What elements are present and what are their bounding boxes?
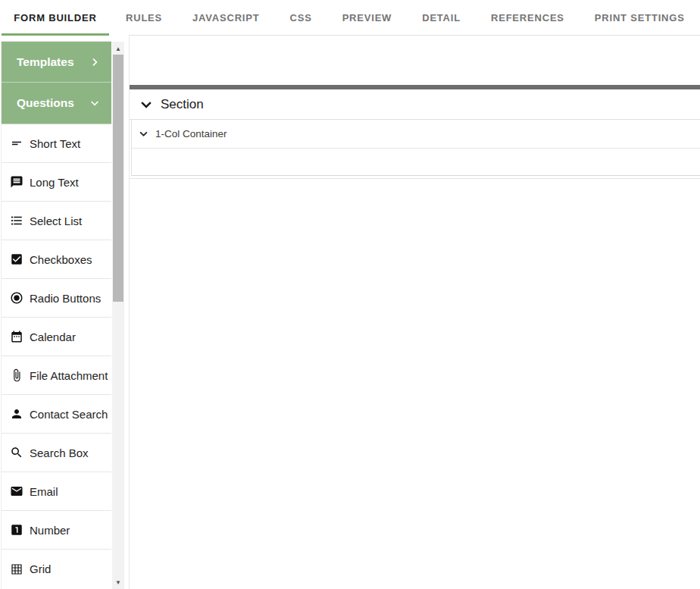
number-one-icon <box>10 523 23 537</box>
palette-item-label: Number <box>30 524 70 537</box>
palette-item-radio-buttons[interactable]: Radio Buttons <box>2 279 111 318</box>
chevron-down-icon[interactable] <box>138 128 149 139</box>
tab-references[interactable]: REFERENCES <box>476 0 580 36</box>
top-tab-bar: FORM BUILDER RULES JAVASCRIPT CSS PREVIE… <box>0 0 700 36</box>
palette-item-checkboxes[interactable]: Checkboxes <box>2 240 111 279</box>
canvas-top-spacer <box>130 36 700 85</box>
scroll-up-arrow-icon[interactable]: ▲ <box>112 43 124 54</box>
section-bottom-edge <box>130 178 700 179</box>
palette-item-label: Calendar <box>30 331 76 343</box>
palette-item-label: Long Text <box>30 176 79 189</box>
palette-item-label: Short Text <box>30 137 80 150</box>
sidebar-group-questions[interactable]: Questions <box>2 83 111 124</box>
chevron-down-icon <box>89 97 101 109</box>
palette-item-file-attachment[interactable]: File Attachment <box>2 356 111 395</box>
envelope-icon <box>10 484 23 498</box>
palette-item-label: Search Box <box>30 446 89 459</box>
question-palette-sidebar: Templates Questions Short Text Long Text… <box>1 41 111 589</box>
person-icon <box>10 407 23 421</box>
select-list-icon <box>10 214 23 227</box>
palette-item-search-box[interactable]: Search Box <box>2 434 111 472</box>
palette-item-label: Checkboxes <box>30 253 92 266</box>
palette-item-select-list[interactable]: Select List <box>2 202 111 240</box>
tab-css[interactable]: CSS <box>274 0 327 36</box>
container-title: 1-Col Container <box>155 128 227 139</box>
palette-item-label: File Attachment <box>30 369 108 382</box>
tab-rules[interactable]: RULES <box>111 0 177 36</box>
grid-icon <box>10 562 23 576</box>
palette-item-number[interactable]: Number <box>2 511 111 550</box>
paperclip-icon <box>10 368 23 382</box>
tab-preview[interactable]: PREVIEW <box>327 0 408 36</box>
long-text-icon <box>10 175 23 189</box>
chevron-down-icon[interactable] <box>139 97 154 112</box>
container-header[interactable]: 1-Col Container <box>132 120 700 149</box>
section-title: Section <box>161 97 204 112</box>
search-icon <box>10 446 23 459</box>
palette-item-label: Email <box>30 485 58 498</box>
scrollbar-thumb[interactable] <box>113 55 123 302</box>
palette-item-contact-search[interactable]: Contact Search <box>2 395 111 434</box>
sidebar-group-templates[interactable]: Templates <box>2 42 111 83</box>
checkbox-icon <box>10 252 23 266</box>
scroll-down-arrow-icon[interactable]: ▼ <box>112 577 124 587</box>
tab-javascript[interactable]: JAVASCRIPT <box>177 0 274 36</box>
short-text-icon <box>10 136 23 150</box>
palette-item-grid[interactable]: Grid <box>2 550 111 588</box>
tab-detail[interactable]: DETAIL <box>407 0 476 36</box>
calendar-icon <box>10 330 23 343</box>
form-canvas: Section 1-Col Container <box>129 36 700 589</box>
tab-print-settings[interactable]: PRINT SETTINGS <box>580 0 700 36</box>
sidebar-group-label: Questions <box>17 96 74 110</box>
palette-item-email[interactable]: Email <box>2 472 111 511</box>
palette-item-calendar[interactable]: Calendar <box>2 318 111 356</box>
tab-form-builder[interactable]: FORM BUILDER <box>0 0 111 36</box>
palette-item-long-text[interactable]: Long Text <box>2 163 111 202</box>
palette-item-label: Grid <box>30 562 51 575</box>
container-drop-zone[interactable] <box>132 149 700 175</box>
sidebar-group-label: Templates <box>17 55 74 69</box>
palette-item-label: Radio Buttons <box>30 292 101 305</box>
palette-item-label: Contact Search <box>30 408 108 421</box>
sidebar-scrollbar[interactable]: ▲ ▼ <box>112 42 124 589</box>
section-header[interactable]: Section <box>130 89 700 120</box>
column-container: 1-Col Container <box>131 120 700 176</box>
palette-item-label: Select List <box>30 215 82 227</box>
palette-item-short-text[interactable]: Short Text <box>2 124 111 163</box>
radio-button-icon <box>10 291 23 305</box>
chevron-right-icon <box>89 56 101 68</box>
